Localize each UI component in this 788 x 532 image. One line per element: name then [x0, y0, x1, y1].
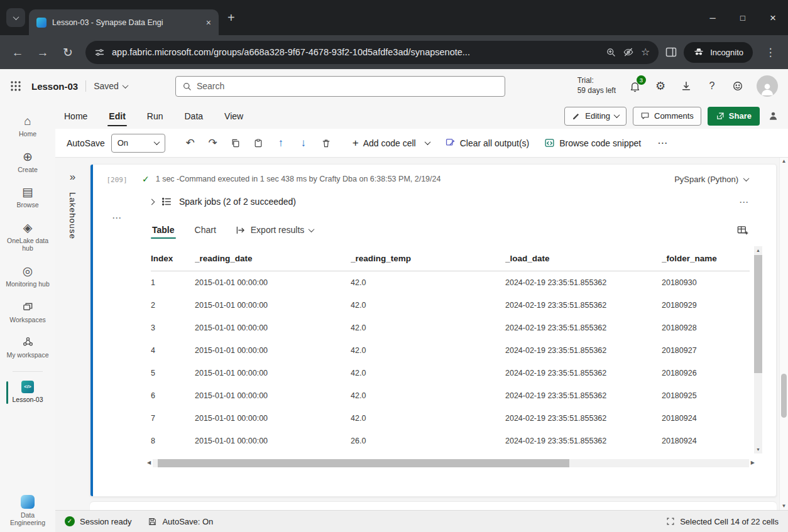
- column-header[interactable]: Index: [151, 254, 195, 263]
- sidebar-item-my-workspace[interactable]: My workspace: [0, 334, 55, 361]
- tab-close-icon[interactable]: ×: [206, 18, 211, 27]
- table-row[interactable]: 4 2015-01-01 00:00:00 42.0 2024-02-19 23…: [151, 339, 750, 362]
- site-info-icon[interactable]: [94, 47, 105, 58]
- sidebar-item-onelake[interactable]: ◈ OneLake data hub: [0, 220, 55, 254]
- feedback-button[interactable]: [731, 79, 745, 93]
- scroll-right-icon[interactable]: ▶: [751, 460, 755, 465]
- table-horizontal-scrollbar[interactable]: ◀ ▶: [147, 459, 755, 467]
- toolbar-more-icon[interactable]: ⋯: [657, 138, 668, 148]
- comments-button[interactable]: Comments: [633, 107, 701, 126]
- table-row[interactable]: 1 2015-01-01 00:00:00 42.0 2024-02-19 23…: [151, 271, 750, 294]
- downloads-button[interactable]: [679, 79, 693, 93]
- scrollbar-thumb[interactable]: [754, 255, 762, 373]
- close-window-button[interactable]: ×: [758, 0, 788, 35]
- save-state-dropdown[interactable]: Saved: [94, 81, 128, 91]
- autosave-select[interactable]: On: [111, 134, 165, 153]
- sidebar-item-workspaces[interactable]: Workspaces: [0, 299, 55, 325]
- column-header[interactable]: _reading_temp: [351, 254, 505, 263]
- result-tab-chart[interactable]: Chart: [194, 217, 217, 242]
- table-row[interactable]: 5 2015-01-01 00:00:00 42.0 2024-02-19 23…: [151, 362, 750, 384]
- sidebar-item-home[interactable]: ⌂ Home: [0, 113, 55, 139]
- sidebar-item-monitoring[interactable]: ◎ Monitoring hub: [0, 263, 55, 290]
- minimize-button[interactable]: ─: [698, 0, 728, 35]
- editing-mode-dropdown[interactable]: Editing: [564, 107, 627, 126]
- settings-gear-icon[interactable]: ⚙: [654, 79, 667, 93]
- browser-menu-icon[interactable]: ⋮: [759, 41, 782, 63]
- sidebar-item-lesson-03[interactable]: </> Lesson-03: [0, 379, 55, 405]
- result-tab-table[interactable]: Table: [151, 217, 176, 242]
- clear-all-outputs-button[interactable]: Clear all output(s): [445, 138, 530, 148]
- tab-run[interactable]: Run: [147, 103, 163, 129]
- browser-tab[interactable]: Lesson-03 - Synapse Data Engi ×: [29, 9, 219, 35]
- copy-button[interactable]: [224, 133, 247, 154]
- language-selector[interactable]: PySpark (Python): [674, 175, 748, 184]
- page-scrollbar[interactable]: ▲ ▼: [779, 158, 788, 510]
- scroll-up-icon[interactable]: ▲: [780, 159, 788, 164]
- browse-code-snippet-button[interactable]: Browse code snippet: [544, 138, 641, 148]
- table-row[interactable]: 3 2015-01-01 00:00:00 42.0 2024-02-19 23…: [151, 317, 750, 339]
- redo-button[interactable]: ↷: [202, 133, 224, 154]
- move-up-button[interactable]: ↑: [270, 133, 292, 154]
- scroll-up-icon[interactable]: ▲: [756, 246, 760, 254]
- scrollbar-thumb[interactable]: [158, 459, 569, 467]
- new-tab-button[interactable]: +: [227, 11, 235, 24]
- presence-people-icon[interactable]: [767, 110, 779, 122]
- tab-edit[interactable]: Edit: [109, 103, 125, 129]
- help-icon[interactable]: ?: [705, 79, 719, 93]
- scroll-down-icon[interactable]: ▼: [780, 504, 788, 509]
- lakehouse-label[interactable]: Lakehouse: [68, 192, 77, 239]
- user-avatar[interactable]: [757, 75, 778, 97]
- column-header[interactable]: _folder_name: [662, 254, 750, 263]
- add-code-cell-button[interactable]: + Add code cell: [353, 138, 430, 148]
- url-text[interactable]: app.fabric.microsoft.com/groups/a668a328…: [112, 47, 599, 57]
- paste-button[interactable]: [247, 133, 270, 154]
- scrollbar-track[interactable]: [153, 459, 749, 467]
- maximize-button[interactable]: □: [728, 0, 758, 35]
- export-results-dropdown[interactable]: Export results: [235, 225, 314, 236]
- eye-blocked-icon[interactable]: [623, 46, 634, 58]
- back-button[interactable]: ←: [6, 41, 29, 63]
- notifications-button[interactable]: 3: [628, 79, 642, 93]
- tab-data[interactable]: Data: [185, 103, 204, 129]
- bookmark-star-icon[interactable]: ☆: [641, 47, 650, 57]
- address-bar[interactable]: app.fabric.microsoft.com/groups/a668a328…: [85, 41, 659, 64]
- search-box[interactable]: [175, 76, 505, 97]
- tab-search-button[interactable]: [6, 8, 25, 27]
- app-launcher-icon[interactable]: [10, 80, 21, 92]
- tab-home[interactable]: Home: [64, 103, 87, 129]
- undo-button[interactable]: ↶: [179, 133, 202, 154]
- scroll-left-icon[interactable]: ◀: [147, 460, 151, 465]
- side-panel-icon[interactable]: [665, 46, 677, 58]
- next-cell-edge[interactable]: [90, 502, 777, 510]
- chevron-down-icon[interactable]: [424, 139, 430, 145]
- table-row[interactable]: 8 2015-01-01 00:00:00 26.0 2024-02-19 23…: [151, 430, 750, 452]
- chevron-right-icon[interactable]: [149, 198, 155, 205]
- notebook-cell[interactable]: [209] ⋯ ✓ 1 sec -Command executed in 1 s…: [90, 164, 777, 497]
- table-cell: 5: [151, 369, 195, 377]
- cell-more-icon[interactable]: ⋯: [112, 213, 122, 222]
- spark-jobs-row[interactable]: Spark jobs (2 of 2 succeeded) ⋯: [141, 190, 776, 214]
- sidebar-item-browse[interactable]: ▤ Browse: [0, 184, 55, 210]
- sidebar-item-experience-switcher[interactable]: Data Engineering: [0, 494, 55, 528]
- scroll-down-icon[interactable]: ▼: [756, 445, 760, 453]
- save-as-table-button[interactable]: [736, 224, 748, 236]
- refresh-button[interactable]: ↻: [57, 41, 79, 63]
- column-header[interactable]: _reading_date: [195, 254, 351, 263]
- table-row[interactable]: 2 2015-01-01 00:00:00 42.0 2024-02-19 23…: [151, 294, 750, 317]
- search-input[interactable]: [197, 81, 498, 91]
- scrollbar-thumb[interactable]: [781, 374, 787, 418]
- autosave-status[interactable]: AutoSave: On: [148, 517, 213, 526]
- table-row[interactable]: 6 2015-01-01 00:00:00 42.0 2024-02-19 23…: [151, 384, 750, 407]
- table-row[interactable]: 7 2015-01-01 00:00:00 42.0 2024-02-19 23…: [151, 407, 750, 430]
- tab-view[interactable]: View: [224, 103, 243, 129]
- sidebar-item-create[interactable]: ⊕ Create: [0, 149, 55, 175]
- move-down-button[interactable]: ↓: [292, 133, 315, 154]
- share-button[interactable]: Share: [708, 107, 760, 126]
- expand-panel-icon[interactable]: »: [70, 171, 75, 182]
- delete-cell-button[interactable]: [315, 133, 337, 154]
- column-header[interactable]: _load_date: [505, 254, 662, 263]
- zoom-icon[interactable]: [606, 47, 616, 57]
- forward-button[interactable]: →: [31, 41, 54, 63]
- table-vertical-scrollbar[interactable]: ▲ ▼: [754, 246, 762, 453]
- output-more-icon[interactable]: ⋯: [739, 197, 748, 207]
